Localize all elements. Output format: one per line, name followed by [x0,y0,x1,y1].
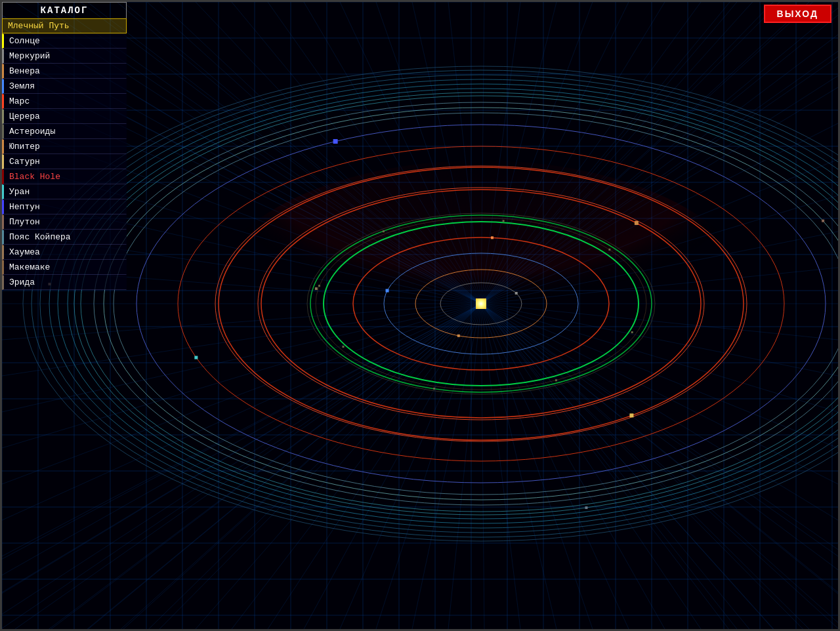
sidebar-item-blackhole[interactable]: Black Hole [2,169,127,184]
sidebar-item-uranus[interactable]: Уран [2,184,127,199]
sidebar-item-milky-way[interactable]: Млечный Путь [2,18,127,33]
catalog-list: Млечный ПутьСолнцеМеркурийВенераЗемляМар… [2,18,146,290]
sidebar-item-venus[interactable]: Венера [2,64,127,79]
sidebar-item-ceres[interactable]: Церера [2,109,127,124]
sidebar-item-eris[interactable]: Эрида [2,275,127,290]
sidebar-item-makemake[interactable]: Макемаке [2,260,127,275]
sidebar-item-mars[interactable]: Марс [2,94,127,109]
sidebar-item-jupiter[interactable]: Юпитер [2,139,127,154]
sidebar-item-neptune[interactable]: Нептун [2,199,127,214]
sidebar-item-pluto[interactable]: Плутон [2,214,127,230]
exit-button[interactable]: ВЫХОД [764,5,831,23]
sidebar-item-sun[interactable]: Солнце [2,33,127,49]
sidebar: КАТАЛОГ Млечный ПутьСолнцеМеркурийВенера… [2,2,146,629]
sidebar-item-mercury[interactable]: Меркурий [2,49,127,64]
sidebar-item-earth[interactable]: Земля [2,79,127,94]
sidebar-item-kuiper[interactable]: Пояс Койпера [2,230,127,245]
main-container: КАТАЛОГ Млечный ПутьСолнцеМеркурийВенера… [2,2,838,629]
sidebar-item-saturn[interactable]: Сатурн [2,154,127,169]
sidebar-item-haumea[interactable]: Хаумеа [2,245,127,260]
sidebar-item-asteroids[interactable]: Астероиды [2,124,127,139]
catalog-header: КАТАЛОГ [2,2,127,18]
